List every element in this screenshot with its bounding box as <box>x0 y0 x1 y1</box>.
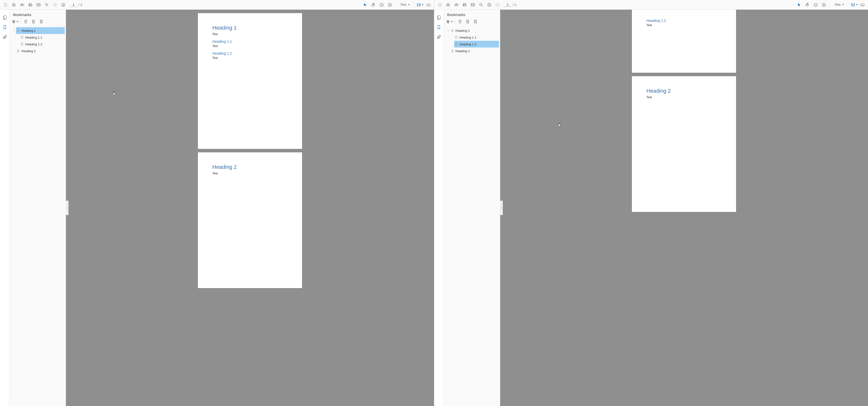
bookmark-expand-all-button[interactable] <box>38 19 44 25</box>
bookmark-label: Heading 1 <box>20 29 64 32</box>
pan-tool-button[interactable] <box>370 1 377 8</box>
bookmark-node-h12[interactable]: Heading 1.2 <box>445 41 499 48</box>
doc-text: Text <box>646 24 721 27</box>
fit-width-button[interactable] <box>416 1 424 8</box>
email-button[interactable] <box>35 1 42 8</box>
cloud-upload-button[interactable] <box>19 1 26 8</box>
bookmarks-panel: Bookmarks Heading 1Heading 1.1Heading 1.… <box>10 10 66 406</box>
document-view[interactable]: Heading 1.2TextHeading 2Text <box>500 10 868 406</box>
panel-options-button[interactable] <box>12 19 19 25</box>
bookmark-label: Heading 1 <box>455 29 498 32</box>
zoom-value: 75% <box>396 3 407 6</box>
tree-toggle-icon[interactable] <box>12 29 16 32</box>
document-page: Heading 2Text <box>198 152 302 288</box>
nav-attachments[interactable] <box>435 33 442 40</box>
doc-text: Text <box>212 56 287 60</box>
select-tool-button[interactable] <box>796 1 803 8</box>
bookmark-node-h1[interactable]: Heading 1 <box>11 27 65 34</box>
nav-bookmarks[interactable] <box>1 24 8 31</box>
chevron-down-icon <box>408 4 410 5</box>
save-button[interactable] <box>2 1 9 8</box>
pane-left: Bookmarks Heading 1Heading 1.1Heading 1.… <box>0 10 434 406</box>
panel-separator <box>455 19 455 24</box>
zoom-dropdown[interactable]: 75% <box>396 3 410 6</box>
panel-separator <box>20 19 21 24</box>
print-button[interactable] <box>27 1 34 8</box>
bookmark-label: Heading 2 <box>455 49 498 53</box>
page-total: 2 <box>515 3 516 6</box>
bookmark-node-h12[interactable]: Heading 1.2 <box>11 41 65 48</box>
page-indicator: / 2 <box>504 3 517 7</box>
document-page: Heading 2Text <box>632 76 736 212</box>
page-indicator: / 2 <box>69 3 82 7</box>
prev-page-button[interactable] <box>52 1 59 8</box>
nav-attachments[interactable] <box>1 33 8 40</box>
favorite-button[interactable] <box>10 1 18 8</box>
panel-collapse-handle[interactable] <box>500 200 503 215</box>
bookmark-delete-button[interactable] <box>457 19 463 25</box>
document-view[interactable]: Heading 1TextHeading 1.1TextHeading 1.2T… <box>66 10 434 406</box>
doc-text: Text <box>646 96 721 99</box>
doc-heading-2: Heading 1.2 <box>646 19 721 23</box>
nav-thumbnails[interactable] <box>1 14 8 21</box>
favorite-button[interactable] <box>444 1 452 8</box>
tree-toggle-icon[interactable] <box>446 29 450 32</box>
bookmark-node-h11[interactable]: Heading 1.1 <box>445 34 499 41</box>
page-sep: / <box>79 3 80 6</box>
cloud-upload-button[interactable] <box>453 1 460 8</box>
panel-title: Bookmarks <box>447 12 466 17</box>
bookmark-expand-all-button[interactable] <box>472 19 478 25</box>
bookmark-label: Heading 2 <box>20 49 64 53</box>
fit-width-button[interactable] <box>850 1 858 8</box>
doc-heading-1: Heading 1 <box>212 25 287 31</box>
bookmark-delete-button[interactable] <box>23 19 29 25</box>
toolbar-separator <box>414 2 414 7</box>
bookmark-add-button[interactable] <box>30 19 37 25</box>
bookmark-node-h2[interactable]: Heading 2 <box>445 48 499 54</box>
panel-title: Bookmarks <box>13 12 31 17</box>
prev-page-button[interactable] <box>486 1 493 8</box>
email-button[interactable] <box>469 1 476 8</box>
next-page-button[interactable] <box>494 1 501 8</box>
panel-collapse-handle[interactable] <box>66 200 69 215</box>
keyboard-button[interactable] <box>425 1 432 8</box>
nav-bookmarks[interactable] <box>435 24 442 31</box>
bookmark-icon <box>450 29 455 32</box>
zoom-dropdown[interactable]: 75% <box>830 3 844 6</box>
panel-tools <box>444 19 500 27</box>
bookmark-node-h2[interactable]: Heading 2 <box>11 48 65 54</box>
bookmark-node-h11[interactable]: Heading 1.1 <box>11 34 65 41</box>
panel-tools <box>10 19 66 27</box>
toolbar-right: / 2 75% <box>434 0 868 9</box>
bookmark-add-button[interactable] <box>465 19 471 25</box>
panel-options-button[interactable] <box>446 19 453 25</box>
zoom-out-button[interactable] <box>378 1 385 8</box>
doc-heading-1: Heading 2 <box>212 164 287 170</box>
print-button[interactable] <box>461 1 468 8</box>
bookmark-node-h1[interactable]: Heading 1 <box>445 27 499 34</box>
zoom-actual-button[interactable] <box>43 1 51 8</box>
page-current-input[interactable] <box>69 3 78 7</box>
keyboard-button[interactable] <box>859 1 866 8</box>
page-current-input[interactable] <box>504 3 512 7</box>
next-page-button[interactable] <box>60 1 67 8</box>
pan-tool-button[interactable] <box>804 1 811 8</box>
page-total: 2 <box>81 3 82 6</box>
toolbar-left: / 2 75% <box>0 0 434 9</box>
nav-column <box>434 10 444 406</box>
save-button[interactable] <box>436 1 443 8</box>
toolbar-separator <box>848 2 848 7</box>
select-tool-button[interactable] <box>362 1 369 8</box>
zoom-in-button[interactable] <box>820 1 828 8</box>
zoom-actual-button[interactable] <box>477 1 485 8</box>
bookmark-icon <box>20 42 24 46</box>
panel-close-button[interactable] <box>58 12 63 17</box>
zoom-out-button[interactable] <box>812 1 819 8</box>
bookmark-tree: Heading 1Heading 1.1Heading 1.2Heading 2 <box>444 27 500 56</box>
nav-thumbnails[interactable] <box>435 14 442 21</box>
zoom-in-button[interactable] <box>386 1 394 8</box>
nav-column <box>0 10 10 406</box>
panel-close-button[interactable] <box>493 12 498 17</box>
zoom-value: 75% <box>830 3 841 6</box>
doc-heading-1: Heading 2 <box>646 88 721 94</box>
